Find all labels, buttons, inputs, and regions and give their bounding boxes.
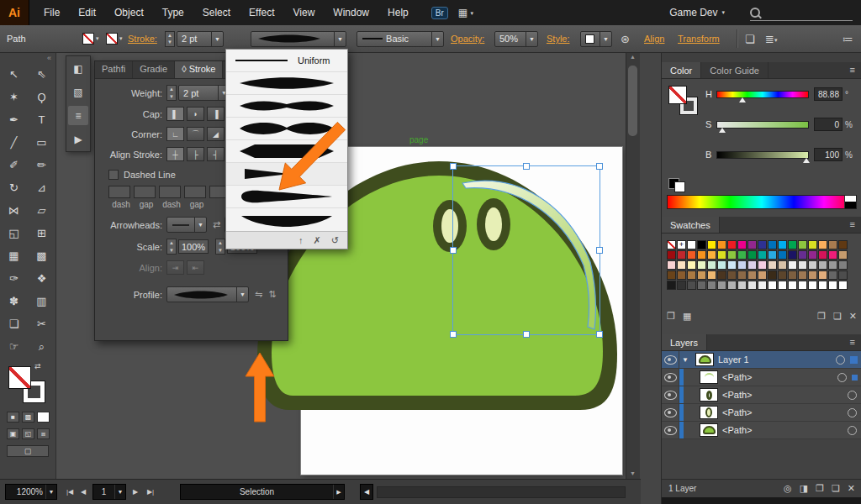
swatch[interactable] — [707, 281, 716, 290]
vertical-scrollbar[interactable]: ▲ ▼ — [626, 52, 640, 479]
draw-normal-icon[interactable]: ▣ — [7, 428, 19, 439]
arrowhead-start-select[interactable]: ▼ — [166, 217, 207, 233]
menu-type[interactable]: Type — [153, 0, 193, 25]
tab-stroke[interactable]: ◊ Stroke — [175, 61, 223, 78]
swatch[interactable] — [667, 250, 676, 260]
menu-effect[interactable]: Effect — [240, 0, 283, 25]
swatch[interactable] — [768, 281, 777, 290]
round-join-button[interactable]: ⌒ — [187, 127, 204, 141]
swatch[interactable] — [768, 270, 777, 280]
width-profile-option-7[interactable] — [226, 208, 347, 231]
swatch[interactable] — [667, 281, 676, 290]
swatch[interactable] — [677, 260, 686, 270]
swatch[interactable] — [707, 270, 716, 280]
swatch[interactable] — [838, 240, 848, 249]
scale-start-input[interactable]: 100% — [178, 239, 209, 254]
stroke-panel-link[interactable]: Stroke: — [128, 34, 157, 44]
control-panel-menu-icon[interactable]: ≔ — [843, 33, 853, 45]
variable-width-profile-select[interactable]: ▼ — [251, 31, 346, 47]
eyedropper-tool[interactable]: ✑ — [0, 267, 28, 290]
selection-indicator[interactable] — [850, 356, 858, 364]
layer-row[interactable]: <Path> — [662, 386, 861, 404]
selection-bounding-box[interactable] — [452, 165, 600, 335]
scale-end-stepper[interactable]: ▲▼ — [215, 239, 225, 255]
swatch[interactable] — [727, 240, 737, 249]
brush-definition-select[interactable]: Basic ▼ — [357, 31, 444, 47]
width-profile-option-2[interactable] — [226, 95, 347, 118]
show-swatch-kinds-icon[interactable]: ▦ — [683, 311, 691, 322]
artboard-tool[interactable]: ❏ — [0, 312, 28, 335]
swatch[interactable] — [808, 240, 817, 249]
new-color-group-icon[interactable]: ❐ — [817, 311, 826, 322]
swatch[interactable] — [838, 281, 848, 290]
swatch[interactable] — [788, 270, 797, 280]
stroke-weight-select[interactable]: 2 pt▼ — [177, 31, 224, 47]
workspace-switcher[interactable]: Game Dev▾ — [669, 7, 725, 18]
bridge-button[interactable]: Br — [431, 7, 448, 19]
gradient-button[interactable]: ▩ — [22, 412, 34, 423]
swatch[interactable] — [808, 281, 817, 290]
locate-object-icon[interactable]: ◎ — [784, 483, 792, 494]
swatch[interactable] — [747, 260, 757, 270]
selection-handle[interactable] — [523, 163, 530, 170]
butt-cap-button[interactable]: ▌ — [166, 107, 184, 121]
spectrum-black-swatch[interactable] — [844, 202, 856, 208]
menu-help[interactable]: Help — [378, 0, 418, 25]
align-stroke-center-button[interactable]: ┼ — [166, 147, 184, 161]
swatch[interactable] — [747, 240, 757, 249]
swatch[interactable] — [778, 281, 787, 290]
gradient-panel-icon[interactable]: ▧ — [68, 82, 88, 102]
arrange-documents-icon[interactable]: ▦ ▾ — [458, 7, 473, 18]
style-select[interactable]: ▼ — [580, 31, 612, 47]
select-similar-objects-icon[interactable]: ≣▾ — [765, 33, 777, 45]
swatch[interactable] — [677, 281, 686, 290]
menu-view[interactable]: View — [284, 0, 325, 25]
swatch[interactable] — [747, 270, 757, 280]
swatch[interactable] — [737, 281, 747, 290]
swatch[interactable] — [667, 260, 676, 270]
swatch[interactable] — [667, 240, 676, 249]
menu-object[interactable]: Object — [105, 0, 153, 25]
previous-artboard-button[interactable]: ◀ — [77, 484, 89, 500]
fill-proxy-icon[interactable] — [668, 86, 687, 104]
target-circle-icon[interactable] — [848, 391, 857, 400]
selection-handle[interactable] — [450, 331, 457, 338]
dash-input[interactable] — [108, 186, 130, 198]
swatch[interactable] — [758, 260, 767, 270]
width-profile-option-5[interactable] — [226, 163, 347, 186]
scale-tool[interactable]: ⊿ — [28, 176, 55, 199]
target-circle-icon[interactable] — [837, 373, 847, 382]
width-profile-option-uniform[interactable]: Uniform — [226, 50, 347, 72]
color-spectrum-bar[interactable] — [667, 195, 857, 209]
swatch[interactable] — [687, 270, 696, 280]
swatch[interactable] — [737, 250, 747, 260]
layer-name[interactable]: <Path> — [722, 425, 752, 435]
align-stroke-outside-button[interactable]: ┤ — [207, 147, 224, 161]
swatch[interactable] — [788, 281, 797, 290]
fill-stroke-indicator[interactable]: ⇄ — [8, 366, 47, 405]
color-fill-stroke-indicator[interactable] — [668, 86, 702, 119]
layer-name[interactable]: <Path> — [722, 390, 752, 400]
swatch[interactable] — [778, 260, 787, 270]
swatch[interactable] — [717, 260, 726, 270]
delete-profile-icon[interactable]: ✗ — [314, 235, 321, 246]
swatch[interactable] — [747, 281, 757, 290]
opacity-link[interactable]: Opacity: — [451, 34, 484, 44]
menu-edit[interactable]: Edit — [69, 0, 105, 25]
swatch[interactable] — [677, 270, 686, 280]
recolor-artwork-icon[interactable]: ⊛ — [621, 33, 630, 45]
visibility-toggle[interactable] — [662, 404, 679, 421]
swatch[interactable] — [818, 270, 827, 280]
swatch[interactable] — [727, 250, 737, 260]
tab-gradient[interactable]: Gradie — [133, 61, 175, 78]
next-artboard-button[interactable]: ▶ — [129, 484, 141, 500]
slice-tool[interactable]: ✂ — [28, 312, 55, 335]
app-logo[interactable]: Ai — [0, 0, 29, 25]
swatch[interactable] — [697, 240, 706, 249]
selection-handle[interactable] — [596, 247, 603, 254]
style-link[interactable]: Style: — [547, 34, 570, 44]
menu-select[interactable]: Select — [193, 0, 240, 25]
selection-tool[interactable]: ↖ — [0, 63, 28, 86]
brightness-slider[interactable] — [716, 151, 809, 159]
swatch[interactable] — [768, 240, 777, 249]
